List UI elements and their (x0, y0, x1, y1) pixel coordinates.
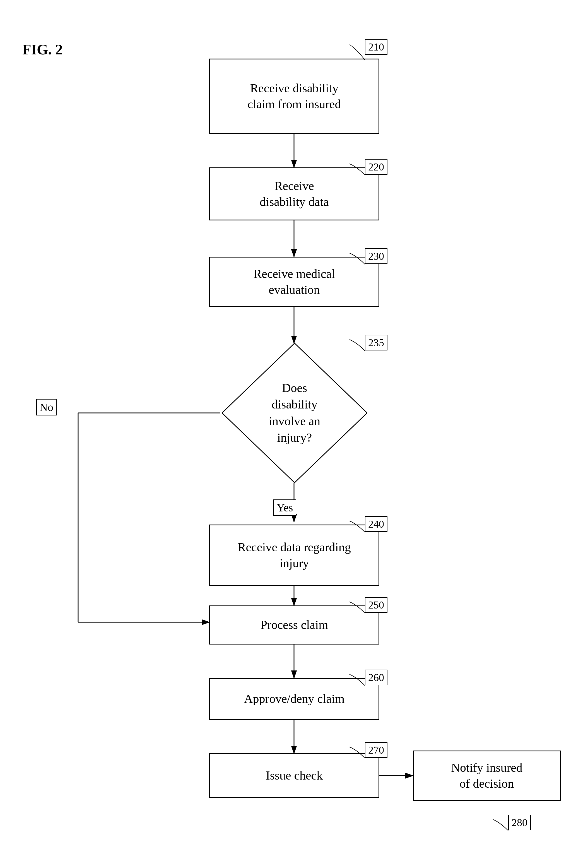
step-235-tag: 235 (365, 335, 388, 350)
yes-label: Yes (273, 499, 296, 516)
step-270-box: Issue check (209, 753, 379, 798)
tag-235-curve (348, 338, 368, 352)
step-250-label: Process claim (260, 617, 328, 633)
tag-280-curve (491, 818, 511, 832)
step-230-label: Receive medical evaluation (253, 266, 335, 298)
step-235-diamond: Does disability involve an injury? (219, 340, 370, 486)
step-280-label: Notify insured of decision (451, 760, 522, 791)
step-240-label: Receive data regarding injury (238, 539, 351, 571)
figure-label: FIG. 2 (22, 41, 62, 58)
diamond-shape (219, 340, 370, 486)
svg-marker-12 (222, 343, 367, 483)
step-250-tag: 250 (365, 597, 388, 613)
step-210-tag: 210 (365, 39, 388, 55)
tag-250-curve (348, 601, 368, 614)
step-270-label: Issue check (266, 768, 323, 784)
step-220-tag: 220 (365, 159, 388, 175)
no-label: No (36, 399, 57, 415)
tag-210-curve (348, 43, 368, 63)
step-240-box: Receive data regarding injury (209, 524, 379, 586)
step-270-tag: 270 (365, 742, 388, 758)
step-230-tag: 230 (365, 248, 388, 264)
tag-270-curve (348, 745, 368, 759)
tag-260-curve (348, 673, 368, 687)
tag-240-curve (348, 520, 368, 533)
step-260-label: Approve/deny claim (244, 691, 345, 707)
step-280-tag: 280 (508, 815, 531, 830)
step-210-label: Receive disability claim from insured (248, 80, 341, 112)
step-220-label: Receive disability data (260, 178, 329, 210)
step-260-tag: 260 (365, 670, 388, 685)
step-280-box: Notify insured of decision (413, 751, 561, 801)
step-240-tag: 240 (365, 516, 388, 532)
tag-230-curve (348, 252, 368, 266)
step-210-box: Receive disability claim from insured (209, 59, 379, 134)
tag-220-curve (348, 162, 368, 176)
